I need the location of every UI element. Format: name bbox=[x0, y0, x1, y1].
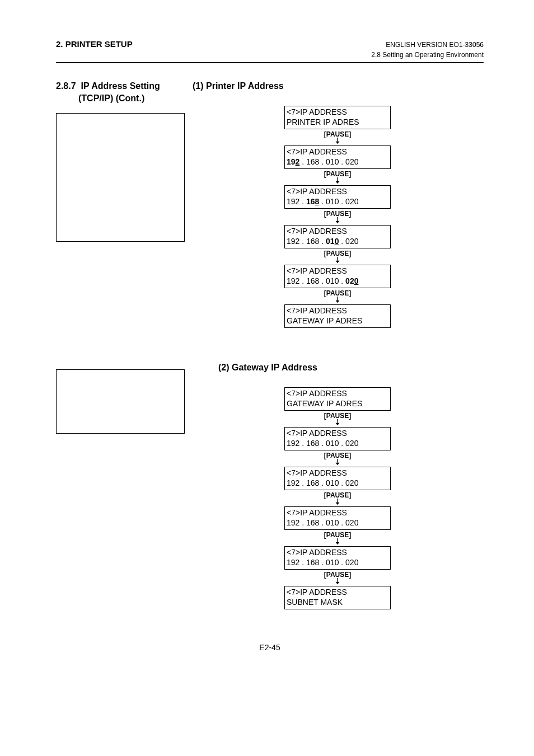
svg-marker-9 bbox=[336, 300, 340, 303]
svg-marker-13 bbox=[336, 463, 340, 465]
sub1-heading: (1) Printer IP Address bbox=[193, 81, 484, 91]
svg-marker-19 bbox=[336, 582, 340, 584]
sub2-heading: (2) Gateway IP Address bbox=[218, 363, 484, 373]
lcd-box: <7>IP ADDRESS192 . 168 . 010 . 020 bbox=[284, 265, 391, 288]
pause-label: [PAUSE] bbox=[284, 570, 391, 578]
note-box-1 bbox=[56, 113, 185, 242]
svg-marker-15 bbox=[336, 503, 340, 505]
arrow-down-icon bbox=[284, 297, 391, 303]
pause-label: [PAUSE] bbox=[284, 288, 391, 297]
lcd-box: <7>IP ADDRESS192 . 168 . 010 . 020 bbox=[284, 427, 391, 450]
pause-label: [PAUSE] bbox=[284, 169, 391, 177]
arrow-down-icon bbox=[284, 538, 391, 545]
divider bbox=[56, 62, 484, 63]
pause-label: [PAUSE] bbox=[284, 209, 391, 217]
lcd-box: <7>IP ADDRESS192 . 168 . 010 . 020 bbox=[284, 225, 391, 248]
pause-label: [PAUSE] bbox=[284, 248, 391, 257]
header-right: ENGLISH VERSION EO1-33056 bbox=[386, 41, 484, 49]
pause-label: [PAUSE] bbox=[284, 129, 391, 138]
svg-marker-5 bbox=[336, 221, 340, 223]
svg-marker-7 bbox=[336, 261, 340, 263]
lcd-box: <7>IP ADDRESS192 . 168 . 010 . 020 bbox=[284, 506, 391, 530]
header-sub: 2.8 Setting an Operating Environment bbox=[56, 51, 484, 59]
lcd-box: <7>IP ADDRESS192 . 168 . 010 . 020 bbox=[284, 467, 391, 490]
lcd-box: <7>IP ADDRESS192 . 168 . 010 . 020 bbox=[284, 185, 391, 209]
lcd-box: <7>IP ADDRESS192 . 168 . 010 . 020 bbox=[284, 145, 391, 169]
flow-2: <7>IP ADDRESSGATEWAY IP ADRES[PAUSE]<7>I… bbox=[284, 387, 391, 609]
arrow-down-icon bbox=[284, 499, 391, 505]
page-footer: E2-45 bbox=[56, 643, 484, 652]
lcd-box: <7>IP ADDRESS192 . 168 . 010 . 020 bbox=[284, 546, 391, 570]
arrow-down-icon bbox=[284, 459, 391, 466]
lcd-box: <7>IP ADDRESSGATEWAY IP ADRES bbox=[284, 387, 391, 411]
pause-label: [PAUSE] bbox=[284, 490, 391, 499]
pause-label: [PAUSE] bbox=[284, 411, 391, 419]
arrow-down-icon bbox=[284, 419, 391, 426]
arrow-down-icon bbox=[284, 257, 391, 264]
pause-label: [PAUSE] bbox=[284, 450, 391, 459]
svg-marker-17 bbox=[336, 542, 340, 544]
svg-marker-11 bbox=[336, 423, 340, 425]
arrow-down-icon bbox=[284, 138, 391, 144]
svg-marker-1 bbox=[336, 142, 340, 144]
lcd-box: <7>IP ADDRESSSUBNET MASK bbox=[284, 586, 391, 609]
arrow-down-icon bbox=[284, 177, 391, 184]
arrow-down-icon bbox=[284, 578, 391, 585]
lcd-box: <7>IP ADDRESSGATEWAY IP ADRES bbox=[284, 304, 391, 328]
section-title: 2.8.7 IP Address Setting (TCP/IP) (Cont.… bbox=[56, 80, 185, 105]
arrow-down-icon bbox=[284, 217, 391, 224]
svg-marker-3 bbox=[336, 181, 340, 184]
header-left: 2. PRINTER SETUP bbox=[56, 39, 133, 49]
flow-1: <7>IP ADDRESSPRINTER IP ADRES[PAUSE]<7>I… bbox=[284, 106, 391, 328]
pause-label: [PAUSE] bbox=[284, 530, 391, 538]
lcd-box: <7>IP ADDRESSPRINTER IP ADRES bbox=[284, 106, 391, 129]
note-box-2 bbox=[56, 369, 185, 434]
